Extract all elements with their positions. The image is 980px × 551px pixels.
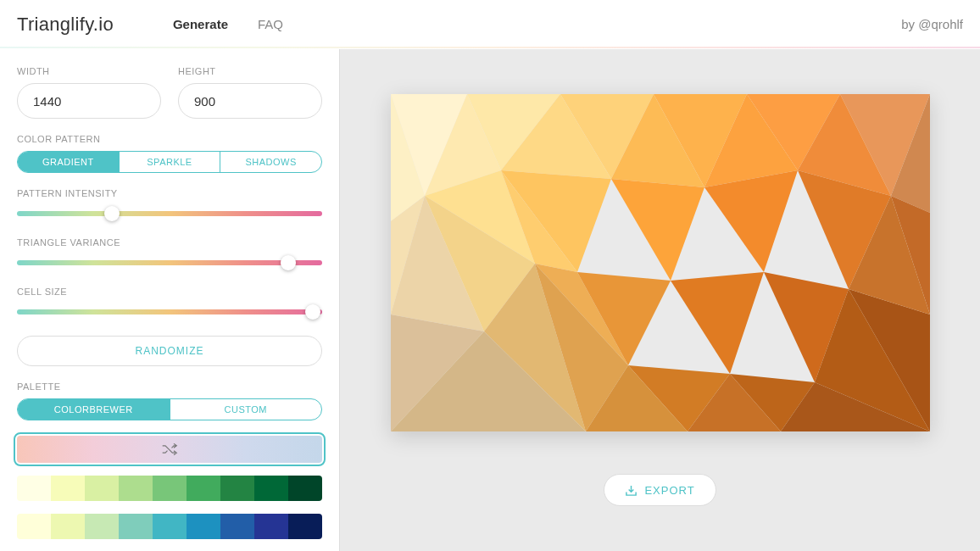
cell-size-slider[interactable] — [17, 303, 322, 320]
color-pattern-label: COLOR PATTERN — [17, 134, 322, 144]
pattern-intensity-slider[interactable] — [17, 205, 322, 222]
seg-shadows[interactable]: SHADOWS — [220, 152, 321, 172]
palette-row-1[interactable] — [17, 514, 322, 539]
palette-shuffle-row[interactable] — [17, 436, 322, 463]
cell-size-label: CELL SIZE — [17, 287, 322, 297]
swatch[interactable] — [288, 476, 322, 501]
preview-canvas — [391, 94, 930, 431]
nav: Generate FAQ — [173, 17, 283, 31]
swatch[interactable] — [187, 476, 220, 501]
slider-thumb[interactable] — [281, 255, 296, 270]
pattern-intensity-label: PATTERN INTENSITY — [17, 188, 322, 198]
nav-generate[interactable]: Generate — [173, 17, 228, 31]
svg-marker-16 — [611, 179, 704, 281]
swatch[interactable] — [288, 514, 322, 539]
seg-gradient[interactable]: GRADIENT — [18, 152, 120, 172]
swatch[interactable] — [220, 514, 254, 539]
shuffle-icon — [161, 443, 178, 455]
swatch[interactable] — [220, 476, 254, 501]
color-pattern-seg: GRADIENT SPARKLE SHADOWS — [17, 151, 322, 173]
slider-thumb[interactable] — [305, 304, 320, 320]
tab-colorbrewer[interactable]: COLORBREWER — [18, 399, 170, 420]
swatch[interactable] — [119, 476, 153, 501]
swatch[interactable] — [254, 514, 288, 539]
palette-label: PALETTE — [17, 381, 322, 392]
sidebar: WIDTH HEIGHT COLOR PATTERN GRADIENT SPAR… — [0, 49, 339, 551]
header: Trianglify.io Generate FAQ by @qrohlf — [0, 0, 980, 49]
triangle-variance-slider[interactable] — [17, 254, 322, 271]
swatch[interactable] — [153, 476, 187, 501]
canvas-area: EXPORT — [339, 49, 980, 551]
export-label: EXPORT — [644, 484, 694, 497]
swatch[interactable] — [119, 514, 153, 539]
width-input[interactable] — [17, 83, 161, 119]
byline[interactable]: by @qrohlf — [901, 17, 963, 31]
swatch[interactable] — [254, 476, 288, 501]
slider-thumb[interactable] — [104, 206, 120, 221]
swatch[interactable] — [51, 476, 85, 501]
svg-marker-17 — [704, 170, 798, 272]
triangle-variance-label: TRIANGLE VARIANCE — [17, 237, 322, 248]
palette-tabs: COLORBREWER CUSTOM — [17, 398, 322, 420]
width-label: WIDTH — [17, 66, 161, 76]
nav-faq[interactable]: FAQ — [258, 17, 283, 31]
height-label: HEIGHT — [178, 66, 322, 76]
palette-row-0[interactable] — [17, 476, 322, 501]
swatch[interactable] — [85, 514, 119, 539]
swatch[interactable] — [85, 476, 119, 501]
randomize-button[interactable]: RANDOMIZE — [17, 336, 322, 366]
swatch[interactable] — [51, 514, 85, 539]
swatch[interactable] — [17, 476, 51, 501]
logo[interactable]: Trianglify.io — [17, 14, 114, 36]
download-icon — [625, 484, 638, 497]
height-input[interactable] — [178, 83, 322, 119]
swatch[interactable] — [153, 514, 187, 539]
export-button[interactable]: EXPORT — [604, 474, 716, 506]
svg-marker-25 — [671, 272, 764, 374]
swatch[interactable] — [187, 514, 220, 539]
swatch[interactable] — [17, 514, 51, 539]
seg-sparkle[interactable]: SPARKLE — [120, 152, 221, 172]
tab-custom[interactable]: CUSTOM — [170, 399, 322, 420]
